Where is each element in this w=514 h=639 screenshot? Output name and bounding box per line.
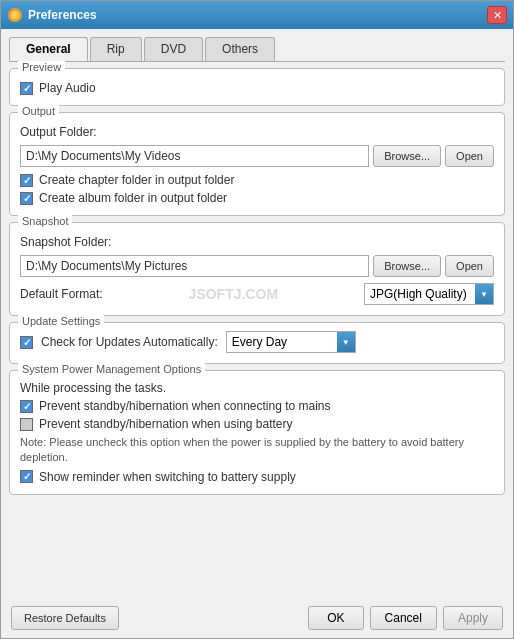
output-section: Output Output Folder: Browse... Open Cre…: [9, 112, 505, 216]
update-row: Check for Updates Automatically: Every D…: [20, 331, 494, 353]
format-label: Default Format:: [20, 287, 103, 301]
prevent-mains-checkbox[interactable]: [20, 400, 33, 413]
ok-button[interactable]: OK: [308, 606, 363, 630]
update-section-title: Update Settings: [18, 315, 104, 327]
create-album-row: Create album folder in output folder: [20, 191, 494, 205]
apply-button[interactable]: Apply: [443, 606, 503, 630]
update-section: Update Settings Check for Updates Automa…: [9, 322, 505, 364]
snapshot-section: Snapshot Snapshot Folder: Browse... Open…: [9, 222, 505, 316]
snapshot-open-button[interactable]: Open: [445, 255, 494, 277]
while-text: While processing the tasks.: [20, 381, 494, 395]
power-section-title: System Power Management Options: [18, 363, 205, 375]
svg-point-1: [11, 11, 19, 19]
watermark: JSOFTJ.COM: [189, 286, 278, 302]
dialog-content: General Rip DVD Others Preview Play Audi…: [1, 29, 513, 600]
frequency-value: Every Day: [232, 335, 287, 349]
restore-defaults-button[interactable]: Restore Defaults: [11, 606, 119, 630]
note-text: Note: Please uncheck this option when th…: [20, 435, 494, 466]
output-folder-row: Browse... Open: [20, 145, 494, 167]
power-section: System Power Management Options While pr…: [9, 370, 505, 495]
format-value: JPG(High Quality): [370, 287, 467, 301]
snapshot-section-title: Snapshot: [18, 215, 72, 227]
output-section-title: Output: [18, 105, 59, 117]
output-browse-button[interactable]: Browse...: [373, 145, 441, 167]
title-bar: Preferences ✕: [1, 1, 513, 29]
play-audio-row: Play Audio: [20, 81, 494, 95]
format-dropdown-arrow: [475, 284, 493, 304]
format-row: Default Format: JSOFTJ.COM JPG(High Qual…: [20, 283, 494, 305]
snapshot-folder-input[interactable]: [20, 255, 369, 277]
window-icon: [7, 7, 23, 23]
prevent-battery-row: Prevent standby/hibernation when using b…: [20, 417, 494, 431]
snapshot-folder-row: Browse... Open: [20, 255, 494, 277]
frequency-dropdown[interactable]: Every Day: [226, 331, 356, 353]
tab-rip[interactable]: Rip: [90, 37, 142, 61]
tab-general[interactable]: General: [9, 37, 88, 61]
tab-bar: General Rip DVD Others: [9, 37, 505, 62]
close-button[interactable]: ✕: [487, 6, 507, 24]
create-album-label: Create album folder in output folder: [39, 191, 227, 205]
window-title: Preferences: [28, 8, 482, 22]
create-chapter-checkbox[interactable]: [20, 174, 33, 187]
output-folder-input[interactable]: [20, 145, 369, 167]
snapshot-browse-button[interactable]: Browse...: [373, 255, 441, 277]
output-folder-label: Output Folder:: [20, 125, 494, 139]
cancel-button[interactable]: Cancel: [370, 606, 437, 630]
dialog-buttons: OK Cancel Apply: [308, 606, 503, 630]
frequency-dropdown-arrow: [337, 332, 355, 352]
check-updates-label: Check for Updates Automatically:: [41, 335, 218, 349]
reminder-row: Show reminder when switching to battery …: [20, 470, 494, 484]
snapshot-folder-label: Snapshot Folder:: [20, 235, 494, 249]
prevent-mains-label: Prevent standby/hibernation when connect…: [39, 399, 331, 413]
bottom-bar: Restore Defaults OK Cancel Apply: [1, 600, 513, 638]
tab-dvd[interactable]: DVD: [144, 37, 203, 61]
prevent-battery-checkbox[interactable]: [20, 418, 33, 431]
prevent-mains-row: Prevent standby/hibernation when connect…: [20, 399, 494, 413]
play-audio-label: Play Audio: [39, 81, 96, 95]
preview-section: Preview Play Audio: [9, 68, 505, 106]
prevent-battery-label: Prevent standby/hibernation when using b…: [39, 417, 293, 431]
reminder-label: Show reminder when switching to battery …: [39, 470, 296, 484]
output-open-button[interactable]: Open: [445, 145, 494, 167]
preferences-window: Preferences ✕ General Rip DVD Others Pre…: [0, 0, 514, 639]
preview-section-title: Preview: [18, 61, 65, 73]
format-dropdown[interactable]: JPG(High Quality): [364, 283, 494, 305]
create-album-checkbox[interactable]: [20, 192, 33, 205]
reminder-checkbox[interactable]: [20, 470, 33, 483]
check-updates-checkbox[interactable]: [20, 336, 33, 349]
play-audio-checkbox[interactable]: [20, 82, 33, 95]
create-chapter-label: Create chapter folder in output folder: [39, 173, 234, 187]
create-chapter-row: Create chapter folder in output folder: [20, 173, 494, 187]
tab-others[interactable]: Others: [205, 37, 275, 61]
